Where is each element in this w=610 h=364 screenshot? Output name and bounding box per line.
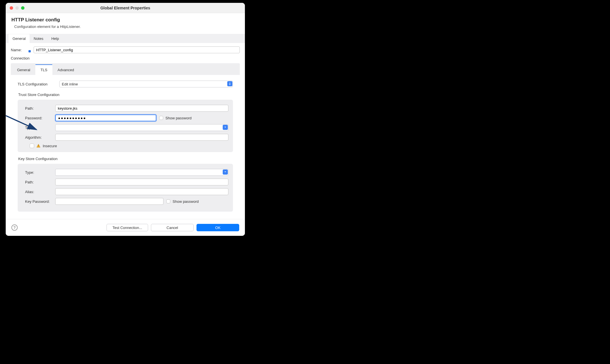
tls-config-select[interactable]: Edit inline bbox=[59, 81, 233, 87]
key-password-input[interactable] bbox=[55, 198, 163, 205]
key-path-label: Path: bbox=[25, 180, 52, 184]
trust-type-label: Type: bbox=[25, 126, 52, 130]
window-close-button[interactable] bbox=[10, 6, 13, 10]
dropdown-icon[interactable] bbox=[223, 169, 228, 175]
cancel-button[interactable]: Cancel bbox=[151, 224, 194, 231]
dialog-subtitle: Configuration element for a HttpListener… bbox=[11, 24, 239, 29]
show-password-row: Show password bbox=[159, 116, 192, 120]
info-icon bbox=[28, 50, 31, 52]
tls-config-select-wrap: Edit inline bbox=[59, 81, 233, 87]
show-password-checkbox[interactable] bbox=[159, 116, 163, 120]
key-alias-input[interactable] bbox=[55, 188, 228, 195]
dialog-header: HTTP Listener config Configuration eleme… bbox=[6, 13, 245, 34]
key-password-row: Key Password: Show password bbox=[22, 198, 228, 205]
trust-type-select-wrap bbox=[55, 124, 228, 131]
key-store-group: Type: Path: Alias: bbox=[18, 164, 233, 212]
key-alias-row: Alias: bbox=[22, 188, 228, 195]
warning-icon bbox=[36, 144, 40, 148]
conn-tab-advanced[interactable]: Advanced bbox=[52, 64, 79, 75]
traffic-lights bbox=[6, 6, 24, 10]
name-input[interactable] bbox=[34, 46, 240, 53]
key-store-title: Key Store Configuration bbox=[18, 157, 233, 161]
trust-path-input[interactable] bbox=[55, 105, 228, 112]
window-title: Global Element Properties bbox=[6, 6, 245, 10]
svg-rect-1 bbox=[38, 146, 38, 147]
footer-left: ? bbox=[11, 224, 18, 231]
svg-rect-0 bbox=[38, 145, 38, 146]
dropdown-icon[interactable] bbox=[227, 81, 232, 86]
connection-box: General TLS Advanced TLS Configuration E… bbox=[11, 63, 240, 219]
key-alias-label: Alias: bbox=[25, 190, 52, 194]
key-type-label: Type: bbox=[25, 170, 52, 175]
show-key-password-row: Show password bbox=[166, 199, 199, 204]
trust-type-row: Type: bbox=[22, 124, 228, 131]
key-path-input[interactable] bbox=[55, 179, 228, 185]
connection-tabs: General TLS Advanced bbox=[11, 63, 240, 75]
insecure-checkbox[interactable] bbox=[30, 144, 34, 148]
trust-store-title: Trust Store Configuration bbox=[18, 93, 233, 97]
trust-algorithm-input[interactable] bbox=[55, 134, 228, 141]
dropdown-icon[interactable] bbox=[223, 125, 228, 130]
tls-config-select-value: Edit inline bbox=[62, 82, 78, 86]
main-tabs: General Notes Help bbox=[6, 34, 245, 43]
tab-general[interactable]: General bbox=[9, 34, 30, 43]
tls-config-label: TLS Configuration bbox=[18, 82, 55, 86]
trust-password-input[interactable] bbox=[55, 114, 156, 121]
show-password-label: Show password bbox=[165, 116, 192, 120]
insecure-row: Insecure bbox=[22, 144, 228, 148]
show-key-password-label: Show password bbox=[173, 199, 199, 204]
ok-button[interactable]: OK bbox=[196, 224, 239, 231]
global-element-properties-window: Global Element Properties HTTP Listener … bbox=[6, 3, 245, 236]
trust-password-row: Password: Show password bbox=[22, 114, 228, 121]
footer: ? Test Connection... Cancel OK bbox=[6, 219, 245, 236]
key-path-row: Path: bbox=[22, 179, 228, 185]
tab-notes[interactable]: Notes bbox=[30, 34, 47, 43]
insecure-label: Insecure bbox=[43, 144, 57, 148]
titlebar: Global Element Properties bbox=[6, 3, 245, 13]
connection-body: TLS Configuration Edit inline Trust Stor… bbox=[11, 75, 240, 219]
trust-password-label: Password: bbox=[25, 116, 52, 120]
key-type-select[interactable] bbox=[55, 169, 228, 176]
tls-config-row: TLS Configuration Edit inline bbox=[18, 81, 233, 87]
show-key-password-checkbox[interactable] bbox=[166, 199, 170, 203]
test-connection-button[interactable]: Test Connection... bbox=[107, 224, 148, 231]
trust-type-select[interactable] bbox=[55, 124, 228, 131]
trust-algorithm-label: Algorithm: bbox=[25, 135, 52, 140]
trust-path-label: Path: bbox=[25, 106, 52, 111]
tab-help[interactable]: Help bbox=[47, 34, 63, 43]
help-icon[interactable]: ? bbox=[11, 224, 18, 231]
conn-tab-general[interactable]: General bbox=[12, 64, 35, 75]
trust-store-group: Path: Password: Show password Type: bbox=[18, 100, 233, 152]
conn-tab-tls[interactable]: TLS bbox=[35, 64, 52, 75]
trust-algorithm-row: Algorithm: bbox=[22, 134, 228, 141]
dialog-title: HTTP Listener config bbox=[11, 17, 239, 23]
key-type-select-wrap bbox=[55, 169, 228, 176]
key-password-label: Key Password: bbox=[25, 199, 52, 204]
name-row: Name: bbox=[11, 46, 240, 53]
window-maximize-button[interactable] bbox=[21, 6, 24, 10]
key-type-row: Type: bbox=[22, 169, 228, 176]
connection-label: Connection bbox=[11, 56, 240, 60]
window-minimize-button[interactable] bbox=[15, 6, 19, 10]
trust-path-row: Path: bbox=[22, 105, 228, 112]
name-label: Name: bbox=[11, 48, 31, 52]
main-body: Name: Connection General TLS Advanced TL… bbox=[6, 43, 245, 219]
